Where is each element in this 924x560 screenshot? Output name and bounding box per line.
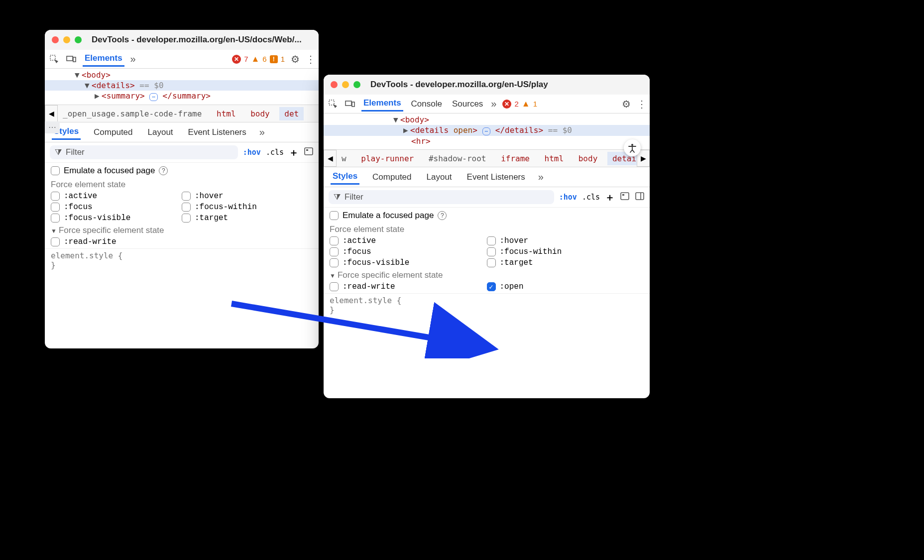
help-icon[interactable]: ? [438, 211, 447, 220]
device-toggle-icon[interactable] [345, 99, 355, 110]
breadcrumb-prev-icon[interactable]: ◀ [324, 150, 337, 167]
hov-toggle[interactable]: :hov [559, 193, 577, 202]
crumb-html[interactable]: html [212, 107, 241, 120]
force-state-label: Force element state [51, 180, 313, 190]
crumb-w[interactable]: w [337, 152, 351, 165]
filter-input[interactable]: ⧩ Filter [50, 145, 238, 159]
crumb-html[interactable]: html [540, 152, 569, 165]
state-open[interactable]: ✓:open [487, 282, 644, 291]
state-focus-visible[interactable]: :focus-visible [51, 214, 182, 223]
inspect-icon[interactable] [49, 54, 60, 65]
styles-panel-tabs: Styles Computed Layout Event Listeners » [324, 167, 650, 187]
tab-layout[interactable]: Layout [146, 125, 175, 139]
tab-console[interactable]: Console [409, 97, 444, 111]
dom-body[interactable]: <body> [82, 70, 111, 80]
more-panel-tabs-icon[interactable]: » [538, 171, 544, 183]
tab-sources[interactable]: Sources [450, 97, 485, 111]
close-icon[interactable] [52, 36, 59, 43]
crumb-shadow-root[interactable]: #shadow-root [424, 152, 491, 165]
warning-icon: ▲ [522, 99, 530, 109]
state-focus-within[interactable]: :focus-within [487, 247, 644, 256]
svg-rect-6 [346, 101, 351, 106]
new-rule-icon[interactable]: ＋ [605, 191, 615, 204]
zoom-icon[interactable] [75, 36, 82, 43]
overflow-gutter-icon[interactable]: ⋯ [45, 121, 60, 133]
dom-tree[interactable]: ▼<body> ▶<details open> ⋯ </details> == … [324, 113, 650, 149]
more-tabs-icon[interactable]: » [130, 53, 136, 65]
filter-input[interactable]: ⧩ Filter [329, 190, 554, 204]
new-rule-icon[interactable]: ＋ [289, 146, 299, 159]
dom-summary[interactable]: ▶<summary> ⋯ </summary> [45, 91, 319, 102]
issue-counts[interactable]: ✕2 ▲1 [502, 99, 537, 109]
collapsed-content-icon[interactable]: ⋯ [482, 127, 491, 135]
minimize-icon[interactable] [63, 36, 70, 43]
dom-tree[interactable]: ▼<body> ▼<details> == $0 ▶<summary> ⋯ </… [45, 69, 319, 105]
dom-details-selected[interactable]: ▼<details> == $0 [45, 80, 319, 91]
cls-toggle[interactable]: .cls [582, 193, 600, 202]
crumb-body[interactable]: body [245, 107, 275, 120]
crumb-details[interactable]: det [279, 107, 304, 120]
more-panel-tabs-icon[interactable]: » [259, 126, 265, 138]
dom-details-selected[interactable]: ▶<details open> ⋯ </details> == $0 [324, 125, 650, 136]
state-hover[interactable]: :hover [487, 236, 644, 245]
tab-styles[interactable]: Styles [331, 169, 359, 185]
zoom-icon[interactable] [353, 81, 360, 88]
crumb-iframe[interactable]: iframe [496, 152, 535, 165]
tab-elements[interactable]: Elements [361, 96, 403, 112]
inspect-icon[interactable] [328, 99, 339, 110]
titlebar[interactable]: DevTools - developer.mozilla.org/en-US/d… [45, 30, 319, 50]
tab-elements[interactable]: Elements [83, 51, 124, 67]
breadcrumb-prev-icon[interactable]: ◀ [45, 105, 58, 122]
crumb-body[interactable]: body [574, 152, 603, 165]
tab-event-listeners[interactable]: Event Listeners [465, 170, 527, 184]
sidebar-toggle-icon[interactable] [635, 191, 645, 204]
tab-event-listeners[interactable]: Event Listeners [186, 125, 248, 139]
state-active[interactable]: :active [51, 192, 182, 201]
state-read-write[interactable]: :read-write [330, 282, 487, 291]
device-toggle-icon[interactable] [66, 54, 77, 65]
kebab-menu-icon[interactable]: ⋮ [637, 98, 646, 110]
state-focus-within[interactable]: :focus-within [182, 203, 313, 212]
dom-body[interactable]: <body> [400, 115, 429, 124]
state-focus-visible[interactable]: :focus-visible [330, 258, 487, 267]
tab-computed[interactable]: Computed [370, 170, 413, 184]
dom-hr[interactable]: <hr> [411, 136, 431, 146]
element-style-block[interactable]: element.style { } [324, 294, 650, 317]
computed-reveal-icon[interactable] [304, 146, 314, 159]
collapsed-content-icon[interactable]: ⋯ [149, 93, 158, 101]
titlebar[interactable]: DevTools - developer.mozilla.org/en-US/p… [324, 75, 650, 95]
kebab-menu-icon[interactable]: ⋮ [306, 53, 315, 65]
state-target[interactable]: :target [182, 214, 313, 223]
tab-computed[interactable]: Computed [92, 125, 134, 139]
element-states-panel: Emulate a focused page ? Force element s… [324, 208, 650, 294]
window-title: DevTools - developer.mozilla.org/en-US/d… [92, 35, 302, 45]
computed-reveal-icon[interactable] [620, 191, 630, 204]
tab-layout[interactable]: Layout [425, 170, 454, 184]
accessibility-icon[interactable] [624, 139, 641, 156]
settings-icon[interactable]: ⚙ [291, 53, 300, 65]
crumb-play-runner[interactable]: play-runner [356, 152, 419, 165]
state-focus[interactable]: :focus [330, 247, 487, 256]
close-icon[interactable] [331, 81, 338, 88]
state-focus[interactable]: :focus [51, 203, 182, 212]
window-title: DevTools - developer.mozilla.org/en-US/p… [370, 80, 548, 90]
state-target[interactable]: :target [487, 258, 644, 267]
settings-icon[interactable]: ⚙ [622, 98, 631, 110]
emulate-focus-checkbox[interactable] [330, 211, 339, 220]
state-active[interactable]: :active [330, 236, 487, 245]
svg-rect-11 [636, 193, 644, 200]
more-tabs-icon[interactable]: » [491, 98, 496, 110]
force-state-grid: :active :hover :focus :focus-within :foc… [330, 236, 644, 267]
cls-toggle[interactable]: .cls [266, 148, 284, 157]
crumb-frame[interactable]: _open_usage.sample-code-frame [58, 107, 207, 120]
hov-toggle[interactable]: :hov [243, 148, 261, 157]
force-state-label: Force element state [330, 224, 644, 234]
minimize-icon[interactable] [342, 81, 349, 88]
emulate-focus-checkbox[interactable] [51, 166, 60, 175]
state-hover[interactable]: :hover [182, 192, 313, 201]
element-style-block[interactable]: element.style { } [45, 249, 319, 272]
styles-panel-tabs: Styles Computed Layout Event Listeners » [45, 122, 319, 142]
help-icon[interactable]: ? [159, 166, 168, 175]
state-read-write[interactable]: :read-write [51, 237, 182, 246]
issue-counts[interactable]: ✕7 ▲6 !1 [232, 54, 285, 64]
